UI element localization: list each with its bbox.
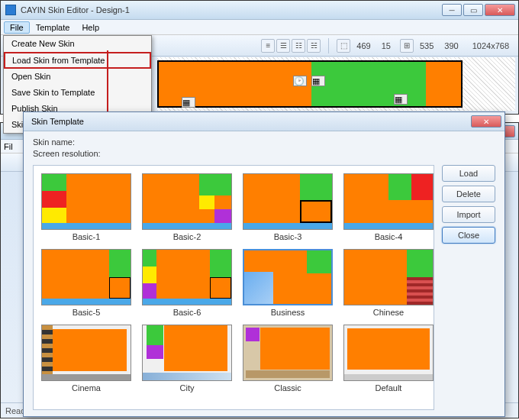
bg-menu-file[interactable]: Fil [4,142,13,151]
template-classic[interactable]: Classic [243,325,333,393]
template-label: Basic-3 [274,232,302,241]
height-value: 15 [377,41,395,50]
menu-item-save-to-template[interactable]: Save Skin to Template [4,85,151,101]
template-label: Cinema [72,383,101,393]
width-value: 469 [352,41,375,50]
image-icon: ▦ [311,76,325,86]
template-label: Business [271,308,305,317]
menubar: File Template Help [1,20,518,35]
window-controls: ─ ▭ ✕ [442,4,515,16]
titlebar: CAYIN Skin Editor - Design-1 ─ ▭ ✕ [1,1,518,20]
load-button[interactable]: Load [442,165,495,182]
template-label: Basic-1 [73,232,101,241]
maximize-button[interactable]: ▭ [463,4,483,16]
template-city[interactable]: City [142,325,232,393]
template-grid: Basic-1 Basic-2 [33,165,434,410]
template-chinese[interactable]: Chinese [343,249,434,317]
template-label: Basic-5 [73,308,101,317]
template-label: Basic-4 [375,232,403,241]
menu-item-open-skin[interactable]: Open Skin [4,69,151,85]
close-dialog-button[interactable]: Close [442,227,495,244]
delete-button[interactable]: Delete [442,186,495,202]
tool-align-icon[interactable]: ≡ [261,39,275,53]
close-button[interactable]: ✕ [485,4,515,16]
placeholder2-icon: ▦ [394,94,408,105]
template-basic-5[interactable]: Basic-5 [41,249,131,317]
template-label: City [180,383,195,393]
import-button[interactable]: Import [442,206,495,223]
dialog-buttons: Load Delete Import Close [442,165,495,410]
menu-file[interactable]: File [4,21,30,34]
dialog-close-button[interactable]: ✕ [471,115,501,128]
template-label: Basic-6 [173,308,201,317]
resolution-label: Screen resolution: [33,149,101,158]
menu-template[interactable]: Template [30,21,76,34]
tool-pos-icon[interactable]: ⊞ [400,39,414,53]
dialog-title: Skin Template [31,117,84,126]
x-value: 535 [415,41,438,50]
design-preview[interactable]: 🕑 ▦ ▦ ▦ [157,60,463,108]
template-business[interactable]: Business [243,249,333,317]
tool-size-icon[interactable]: ⬚ [337,39,350,53]
template-cinema[interactable]: Cinema [41,325,131,393]
template-basic-6[interactable]: Basic-6 [142,249,232,317]
minimize-button[interactable]: ─ [442,4,462,16]
menu-help[interactable]: Help [76,21,105,34]
menu-item-create-skin[interactable]: Create New Skin [4,36,151,52]
y-value: 390 [440,41,463,50]
tool-align2-icon[interactable]: ☰ [276,39,290,53]
template-basic-1[interactable]: Basic-1 [41,173,131,241]
skin-template-dialog: Skin Template ✕ Skin name: Screen resolu… [23,111,505,417]
skin-name-label: Skin name: [33,137,75,147]
template-basic-4[interactable]: Basic-4 [343,173,434,241]
template-basic-3[interactable]: Basic-3 [243,173,333,241]
app-icon [5,5,16,15]
menu-item-load-from-template[interactable]: Load Skin from Template [4,52,151,69]
tool-align3-icon[interactable]: ☷ [292,39,305,53]
resolution-value: 1024x768 [468,41,514,50]
template-label: Basic-2 [173,232,201,241]
canvas-area: 🕑 ▦ ▦ ▦ [157,57,515,111]
tool-align4-icon[interactable]: ☵ [307,39,321,53]
template-label: Chinese [373,308,404,317]
template-basic-2[interactable]: Basic-2 [142,173,232,241]
template-label: Default [376,383,402,393]
template-label: Classic [274,383,301,393]
window-title: CAYIN Skin Editor - Design-1 [21,5,130,15]
clock-icon: 🕑 [293,76,307,86]
placeholder-icon: ▦ [182,97,195,108]
dialog-titlebar: Skin Template ✕ [24,112,504,131]
template-default[interactable]: Default [343,325,434,393]
